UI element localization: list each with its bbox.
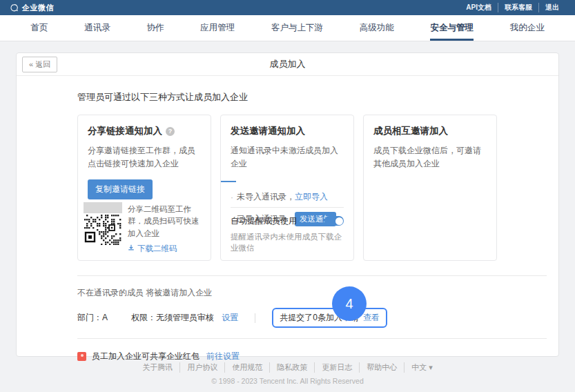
card-invite-notice-title: 发送邀请通知加入	[231, 125, 344, 137]
privacy-policy-link[interactable]: 隐私政策	[269, 362, 314, 373]
permission-setting: 权限：无须管理员审核 设置	[131, 312, 238, 324]
department-value: A	[102, 313, 108, 322]
nav-contacts[interactable]: 通讯录	[84, 15, 110, 41]
auto-remind-section: 自动提醒成员使用 提醒通讯录内未使用成员下载企业微信	[231, 207, 344, 253]
card-invite-notice-desc: 通知通讯录中未激活成员加入企业	[231, 144, 344, 170]
permission-value: 无须管理员审核	[156, 313, 214, 322]
nav-app-management[interactable]: 应用管理	[200, 15, 235, 41]
vertical-separator	[255, 313, 255, 323]
redpacket-text: 员工加入企业可共享企业红包	[92, 351, 199, 362]
step-annotation-badge: 4	[332, 286, 367, 321]
language-select[interactable]: 中文 ▾	[404, 362, 440, 373]
api-docs-link[interactable]: API文档	[460, 3, 498, 12]
join-settings-row: 部门：A 权限：无须管理员审核 设置 共提交了0条加入申请 查看	[77, 308, 547, 328]
page-title: 成员加入	[17, 58, 558, 70]
red-packet-icon	[77, 352, 86, 361]
usage-rules-link[interactable]: 使用规范	[224, 362, 269, 373]
card-share-link: 分享链接通知加入 ? 分享邀请链接至工作群，成员点击链接可快速加入企业 复制邀请…	[77, 115, 211, 261]
panel-header: « 返回 成员加入	[17, 53, 558, 76]
redpacket-row: 员工加入企业可共享企业红包 前往设置	[77, 351, 547, 362]
copy-invite-link-button[interactable]: 复制邀请链接	[88, 179, 153, 199]
qr-side: 分享二维码至工作群，成员扫码可快速加入企业 下载二维码	[128, 202, 205, 255]
card-share-link-desc: 分享邀请链接至工作群，成员点击链接可快速加入企业	[88, 144, 201, 170]
card-mutual-invite: 成员相互邀请加入 成员下载企业微信后，可邀请其他成员加入企业	[363, 115, 497, 261]
chat-bubble-icon	[10, 3, 19, 12]
bullet-not-imported-text: 未导入通讯录，	[237, 191, 295, 203]
card-share-link-title-text: 分享链接通知加入	[88, 125, 162, 137]
contact-support-link[interactable]: 联系客服	[498, 3, 538, 12]
join-method-cards: 分享链接通知加入 ? 分享邀请链接至工作群，成员点击链接可快速加入企业 复制邀请…	[77, 115, 547, 261]
logout-link[interactable]: 退出	[538, 3, 565, 12]
download-qr-link[interactable]: 下载二维码	[128, 243, 205, 255]
bullet-not-imported: · 未导入通讯录， 立即导入	[231, 191, 344, 203]
qr-section: 分享二维码至工作群，成员扫码可快速加入企业 下载二维码	[84, 202, 205, 255]
auto-remind-title: 自动提醒成员使用	[231, 215, 297, 227]
permission-label: 权限：	[131, 313, 156, 322]
brand-name: 企业微信	[22, 3, 54, 13]
import-now-link[interactable]: 立即导入	[295, 191, 328, 203]
card-invite-notice: 发送邀请通知加入 通知通讯录中未激活成员加入企业 · 未导入通讯录， 立即导入 …	[220, 115, 354, 261]
section-divider	[77, 338, 547, 339]
wework-admin-page: 企业微信 API文档 联系客服 退出 首页 通讯录 协作 应用管理 客户与上下游…	[0, 0, 575, 392]
join-note: 不在通讯录的成员 将被邀请加入企业	[77, 287, 547, 299]
card-share-link-title: 分享链接通知加入 ?	[88, 125, 201, 137]
main-nav: 首页 通讯录 协作 应用管理 客户与上下游 高级功能 安全与管理 我的企业	[0, 15, 575, 41]
panel-body: 管理员可通过以下三种方式让成员加入企业 分享链接通知加入 ? 分享邀请链接至工作…	[17, 76, 558, 362]
toggle-knob	[335, 217, 343, 225]
download-qr-label: 下载二维码	[137, 243, 177, 255]
intro-text: 管理员可通过以下三种方式让成员加入企业	[77, 91, 547, 104]
nav-collaboration[interactable]: 协作	[146, 15, 164, 41]
auto-remind-desc: 提醒通讯录内未使用成员下载企业微信	[231, 231, 344, 253]
qr-code	[84, 202, 122, 255]
member-join-panel: « 返回 成员加入 管理员可通过以下三种方式让成员加入企业 分享链接通知加入 ?…	[16, 52, 559, 357]
help-icon[interactable]: ?	[166, 127, 175, 136]
user-agreement-link[interactable]: 用户协议	[179, 362, 224, 373]
nav-my-company[interactable]: 我的企业	[510, 15, 545, 41]
auto-remind-toggle[interactable]	[324, 216, 344, 226]
card-mutual-invite-desc: 成员下载企业微信后，可邀请其他成员加入企业	[373, 144, 487, 170]
nav-security-management[interactable]: 安全与管理	[430, 15, 474, 41]
view-applications-link[interactable]: 查看	[363, 312, 380, 324]
help-center-link[interactable]: 帮助中心	[359, 362, 404, 373]
back-button[interactable]: « 返回	[22, 57, 57, 72]
topbar-links: API文档 联系客服 退出	[460, 3, 565, 12]
bullet-icon: ·	[231, 193, 233, 202]
card-mutual-invite-title: 成员相互邀请加入	[373, 125, 487, 137]
download-icon	[128, 243, 135, 255]
redpacket-settings-link[interactable]: 前往设置	[206, 351, 240, 362]
top-bar: 企业微信 API文档 联系客服 退出	[0, 0, 575, 15]
about-tencent-link[interactable]: 关于腾讯	[135, 362, 179, 373]
changelog-link[interactable]: 更新日志	[314, 362, 359, 373]
nav-advanced[interactable]: 高级功能	[360, 15, 394, 41]
department-label: 部门：	[77, 313, 102, 322]
auto-remind-row: 自动提醒成员使用	[231, 215, 344, 227]
nav-customers[interactable]: 客户与上下游	[271, 15, 323, 41]
qr-desc: 分享二维码至工作群，成员扫码可快速加入企业	[128, 204, 205, 239]
footer-links: 关于腾讯 用户协议 使用规范 隐私政策 更新日志 帮助中心 中文 ▾	[135, 362, 440, 373]
page-footer: 关于腾讯 用户协议 使用规范 隐私政策 更新日志 帮助中心 中文 ▾ © 199…	[0, 362, 575, 385]
join-applications-highlight: 共提交了0条加入申请 查看	[272, 308, 387, 328]
copyright-text: © 1998 - 2023 Tencent Inc. All Rights Re…	[0, 377, 575, 385]
wework-logo[interactable]: 企业微信	[10, 3, 54, 13]
accent-divider	[221, 181, 236, 182]
nav-home[interactable]: 首页	[30, 15, 48, 41]
department-setting: 部门：A	[77, 312, 108, 324]
section-divider	[77, 275, 547, 276]
permission-settings-link[interactable]: 设置	[222, 313, 238, 322]
